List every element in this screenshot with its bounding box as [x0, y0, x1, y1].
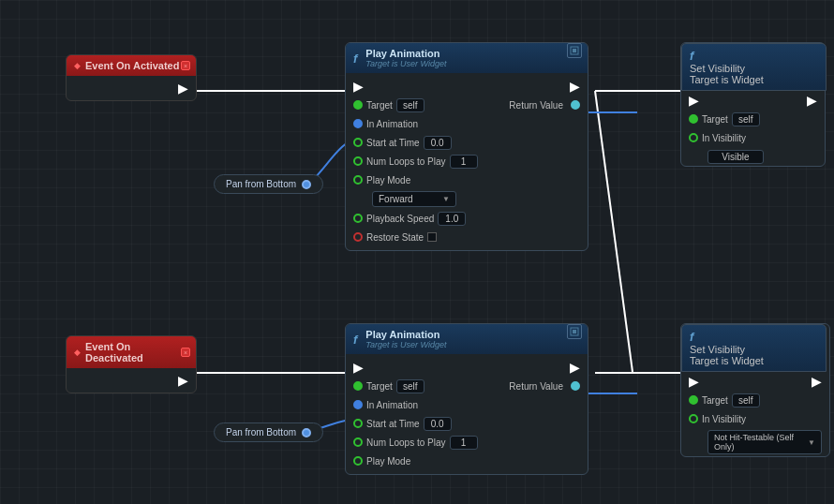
pan-pin-1 — [302, 180, 311, 189]
target-row-sv1: Target self — [681, 110, 825, 128]
target-value-1[interactable]: self — [396, 98, 424, 112]
set-visibility-2-node: f Set Visibility Target is Widget ▶ ▶ Ta… — [680, 323, 830, 457]
num-loops-value-2[interactable]: 1 — [450, 436, 478, 450]
corner-icon-2 — [567, 324, 582, 339]
func-icon-1: f — [353, 52, 357, 66]
svg-rect-1 — [573, 49, 576, 52]
dropdown-arrow-sv2: ▼ — [808, 438, 815, 447]
exec-row-sv1: ▶ ▶ — [681, 91, 825, 110]
start-time-row-2: Start at Time 0.0 — [346, 414, 588, 433]
return-label-2: Return Value — [509, 381, 563, 392]
exec-out-sv1[interactable]: ▶ — [807, 94, 817, 107]
exec-out-pin-1[interactable]: ▶ — [570, 80, 580, 93]
exec-in-sv2[interactable]: ▶ — [689, 375, 699, 388]
exec-out-pin-activated[interactable]: ▶ — [178, 82, 188, 95]
event-activated-node: Event On Activated × ▶ — [66, 54, 197, 101]
play-mode-dropdown-row-1: Forward ▼ — [346, 189, 588, 209]
in-vis-val-sv1[interactable]: Visible — [707, 150, 764, 164]
playback-speed-row-1: Playback Speed 1.0 — [346, 209, 588, 228]
set-vis-2-titles: Set Visibility Target is Widget — [690, 344, 818, 366]
restore-row-1: Restore State — [346, 228, 588, 246]
exec-wire-skip — [595, 91, 633, 372]
event-activated-label: Event On Activated — [85, 60, 179, 71]
blueprint-canvas: Event On Activated × ▶ Pan from Bottom f… — [0, 0, 834, 504]
set-vis-1-titles: Set Visibility Target is Widget — [690, 63, 818, 85]
exec-in-pin-1[interactable]: ▶ — [353, 80, 364, 93]
in-vis-val-row-sv2: Not Hit-Testable (Self Only) ▼ — [681, 428, 829, 456]
pan-label-2: Pan from Bottom — [226, 427, 296, 437]
set-vis-1-title: Set Visibility — [690, 63, 818, 74]
in-vis-pin-sv1 — [689, 133, 698, 142]
target-value-2[interactable]: self — [396, 379, 424, 393]
num-loops-value-1[interactable]: 1 — [450, 155, 478, 169]
pan-label-1: Pan from Bottom — [226, 179, 296, 189]
set-vis-2-header: f Set Visibility Target is Widget — [681, 324, 827, 372]
play-animation-1-subtitle: Target is User Widget — [365, 59, 446, 68]
return-pin-2 — [571, 381, 580, 391]
play-animation-2-node: f Play Animation Target is User Widget ▶… — [345, 323, 588, 475]
func-icon-vis-1: f — [690, 49, 693, 63]
in-vis-val-row-sv1: Visible — [681, 147, 825, 166]
event-deactivated-label: Event On Deactivated — [85, 341, 188, 363]
in-vis-label-row-sv2: In Visibility — [681, 409, 829, 428]
play-mode-dropdown-1[interactable]: Forward ▼ — [372, 191, 456, 207]
play-mode-label-2: Play Mode — [366, 456, 410, 467]
exec-row-1: ▶ ▶ — [346, 77, 588, 96]
play-animation-1-titles: Play Animation Target is User Widget — [365, 48, 446, 68]
start-time-value-1[interactable]: 0.0 — [424, 136, 452, 150]
start-time-value-2[interactable]: 0.0 — [424, 417, 452, 431]
in-vis-pin-sv2 — [689, 414, 698, 423]
play-animation-2-title: Play Animation — [365, 329, 446, 340]
event-deactivated-header: Event On Deactivated × — [67, 336, 196, 368]
play-animation-1-header: f Play Animation Target is User Widget — [346, 43, 588, 73]
event-activated-body: ▶ — [67, 76, 196, 100]
restore-checkbox-1[interactable] — [427, 232, 437, 242]
exec-in-pin-2[interactable]: ▶ — [353, 361, 364, 374]
in-vis-label-sv1: In Visibility — [702, 133, 746, 143]
num-loops-pin-2 — [353, 437, 363, 447]
num-loops-row-1: Num Loops to Play 1 — [346, 152, 588, 170]
in-anim-pin-1 — [353, 119, 363, 128]
num-loops-pin-1 — [353, 156, 363, 166]
target-pin-1 — [353, 100, 363, 110]
set-vis-2-body: ▶ ▶ Target self In Visibility Not Hit-Te… — [681, 372, 829, 456]
in-vis-label-sv2: In Visibility — [702, 414, 746, 424]
pan-pin-2 — [302, 428, 311, 437]
restore-pin-1 — [353, 232, 363, 242]
set-visibility-1-node: f Set Visibility Target is Widget ▶ ▶ Ta… — [680, 42, 826, 167]
num-loops-row-2: Num Loops to Play 1 — [346, 433, 588, 452]
target-val-sv2[interactable]: self — [732, 393, 760, 408]
target-val-sv1[interactable]: self — [732, 112, 760, 126]
playback-pin-1 — [353, 214, 363, 223]
play-animation-2-subtitle: Target is User Widget — [365, 340, 446, 349]
exec-out-pin-2[interactable]: ▶ — [570, 361, 580, 374]
dropdown-arrow-1: ▼ — [442, 195, 450, 203]
return-pin-1 — [571, 100, 580, 110]
set-vis-2-subtitle: Target is Widget — [690, 355, 818, 366]
func-icon-vis-2: f — [690, 330, 693, 344]
target-pin-sv2 — [689, 395, 698, 405]
exec-out-sv2[interactable]: ▶ — [812, 375, 822, 388]
play-animation-2-header: f Play Animation Target is User Widget — [346, 324, 588, 354]
in-anim-pin-2 — [353, 400, 363, 409]
target-pin-sv1 — [689, 114, 698, 124]
in-vis-val-sv2: Not Hit-Testable (Self Only) — [714, 433, 804, 452]
pan-from-bottom-2[interactable]: Pan from Bottom — [214, 422, 323, 442]
exec-in-sv1[interactable]: ▶ — [689, 94, 699, 107]
start-time-label-2: Start at Time — [366, 419, 420, 429]
play-mode-label-1: Play Mode — [366, 175, 410, 185]
exec-out-pin-deactivated[interactable]: ▶ — [178, 374, 188, 387]
playback-label-1: Playback Speed — [366, 214, 434, 224]
target-label-sv2: Target — [702, 395, 728, 406]
target-row-sv2: Target self — [681, 391, 829, 409]
func-icon-2: f — [353, 333, 357, 347]
num-loops-label-1: Num Loops to Play — [366, 156, 446, 167]
playback-value-1[interactable]: 1.0 — [438, 212, 466, 226]
pan-from-bottom-1[interactable]: Pan from Bottom — [214, 174, 323, 194]
play-animation-1-title: Play Animation — [365, 48, 446, 59]
event-activated-close[interactable]: × — [181, 61, 190, 70]
in-anim-label-2: In Animation — [366, 400, 418, 410]
event-deactivated-body: ▶ — [67, 368, 196, 393]
in-vis-dropdown-sv2[interactable]: Not Hit-Testable (Self Only) ▼ — [707, 430, 822, 454]
event-deactivated-close[interactable]: × — [181, 348, 190, 357]
